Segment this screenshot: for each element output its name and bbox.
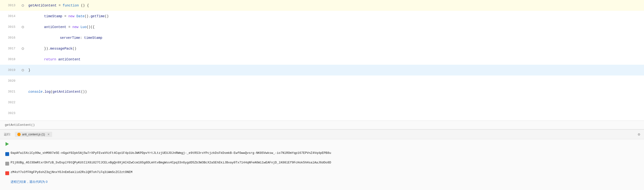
output-data2-text: P1j8UBg_4OJ3OmRtxrDhfzB_SvDsplY0tQPyKUtC… [10, 160, 331, 165]
code-line-3913: 3913 getAntiContent = function () { [0, 0, 644, 11]
code-line-3917: 3917 }).messagePack() [0, 43, 644, 54]
code-content-3915: antiContent = new Luo()({ [26, 25, 644, 29]
breakpoint-indicator-3917 [22, 47, 24, 50]
line-number-3919: 3919 [0, 65, 19, 76]
line-number-3922: 3922 [0, 97, 19, 108]
output-exit-text: 进程已结束，退出代码为 0 [10, 180, 48, 184]
breakpoint-area-3917[interactable] [19, 43, 26, 54]
output-line-run [0, 141, 644, 150]
line-number-3918: 3918 [0, 54, 19, 65]
breadcrumb: getAntiContent() [5, 123, 35, 127]
output-data1-text: 0apAfai5XclCy99w_shM907e5E-nGgaY02pk5Aj5… [10, 151, 331, 156]
line-number-3916: 3916 [0, 32, 19, 43]
code-line-3916: 3916 serverTime: timeStamp [0, 32, 644, 43]
output-data3-text: zM4sY7o3fFHgFPy6shZ3qjNnxYOJnEm5aklid2Rs… [10, 170, 132, 175]
breakpoint-area-3916[interactable] [19, 32, 26, 43]
gear-icon[interactable]: ⚙ [638, 132, 640, 137]
code-lines: 3913 getAntiContent = function () { 3914… [0, 0, 644, 120]
breakpoint-indicator-3915 [22, 26, 24, 28]
output-marker-icon-1 [4, 151, 10, 156]
breakpoint-area-3922[interactable] [19, 97, 26, 108]
panel-tab-file[interactable]: anti_content.js (1) ✕ [15, 132, 52, 137]
breakpoint-area-3915[interactable] [19, 21, 26, 32]
breakpoint-area-3914[interactable] [19, 11, 26, 21]
line-number-3921: 3921 [0, 86, 19, 97]
code-line-3923: 3923 [0, 108, 644, 119]
code-content-3921: console.log(getAntiContent()) [26, 90, 644, 94]
output-marker-2 [5, 162, 9, 166]
code-line-3915: 3915 antiContent = new Luo()({ [0, 21, 644, 32]
tab-label: anti_content.js (1) [22, 133, 45, 136]
panel-tabs: 运行: anti_content.js (1) ✕ ⚙ [0, 130, 644, 139]
code-line-3914: 3914 timeStamp = new Date().getTime() [0, 11, 644, 21]
code-content-3919: } [26, 68, 644, 72]
run-arrow [6, 142, 9, 146]
bottom-panel: 运行: anti_content.js (1) ✕ ⚙ [0, 129, 644, 190]
panel-settings-button[interactable]: ⚙ [638, 132, 640, 137]
breakpoint-area-3913[interactable] [19, 0, 26, 11]
output-marker-icon-2 [4, 160, 10, 166]
code-line-3922: 3922 [0, 97, 644, 108]
output-marker-3 [5, 171, 9, 175]
code-content-3913: getAntiContent = function () { [26, 3, 644, 7]
panel-output: 0apAfai5XclCy99w_shM907e5E-nGgaY02pk5Aj5… [0, 139, 644, 190]
breakpoint-area-3919[interactable] [19, 65, 26, 76]
code-area: 3913 getAntiContent = function () { 3914… [0, 0, 644, 120]
code-line-3919: 3919 } [0, 65, 644, 76]
code-content-3918: return antiContent [26, 58, 644, 61]
output-line-exit: 进程已结束，退出代码为 0 [0, 179, 644, 189]
code-line-3921: 3921 console.log(getAntiContent()) [0, 86, 644, 97]
output-line-data3: zM4sY7o3fFHgFPy6shZ3qjNnxYOJnEm5aklid2Rs… [0, 169, 644, 179]
breakpoint-area-3923[interactable] [19, 108, 26, 119]
editor-container: 3913 getAntiContent = function () { 3914… [0, 0, 644, 190]
breakpoint-indicator-3919 [22, 69, 24, 71]
output-line-data2: P1j8UBg_4OJ3OmRtxrDhfzB_SvDsplY0tQPyKUtC… [0, 160, 644, 169]
run-arrow-icon [4, 141, 10, 146]
breakpoint-area-3920[interactable] [19, 76, 26, 86]
line-number-3920: 3920 [0, 76, 19, 86]
tab-file-icon [17, 133, 21, 136]
code-content-3914: timeStamp = new Date().getTime() [26, 14, 644, 18]
line-number-3915: 3915 [0, 21, 19, 32]
breakpoint-area-3918[interactable] [19, 54, 26, 65]
tab-close-button[interactable]: ✕ [47, 133, 50, 136]
output-marker-icon-3 [4, 170, 10, 175]
breadcrumb-bar: getAntiContent() [0, 120, 644, 129]
output-exit-icon [4, 180, 10, 181]
code-line-3918: 3918 return antiContent [0, 54, 644, 65]
breakpoint-indicator-3913 [22, 4, 24, 7]
line-number-3917: 3917 [0, 43, 19, 54]
breakpoint-area-3921[interactable] [19, 86, 26, 97]
output-marker-1 [5, 152, 9, 156]
line-number-3923: 3923 [0, 108, 19, 119]
output-line-data1: 0apAfai5XclCy99w_shM907e5E-nGgaY02pk5Aj5… [0, 150, 644, 160]
run-label: 运行: [4, 132, 11, 137]
code-content-3917: }).messagePack() [26, 47, 644, 51]
line-number-3914: 3914 [0, 11, 19, 21]
code-line-3920: 3920 [0, 76, 644, 86]
code-content-3916: serverTime: timeStamp [26, 36, 644, 40]
line-number-3913: 3913 [0, 0, 19, 11]
